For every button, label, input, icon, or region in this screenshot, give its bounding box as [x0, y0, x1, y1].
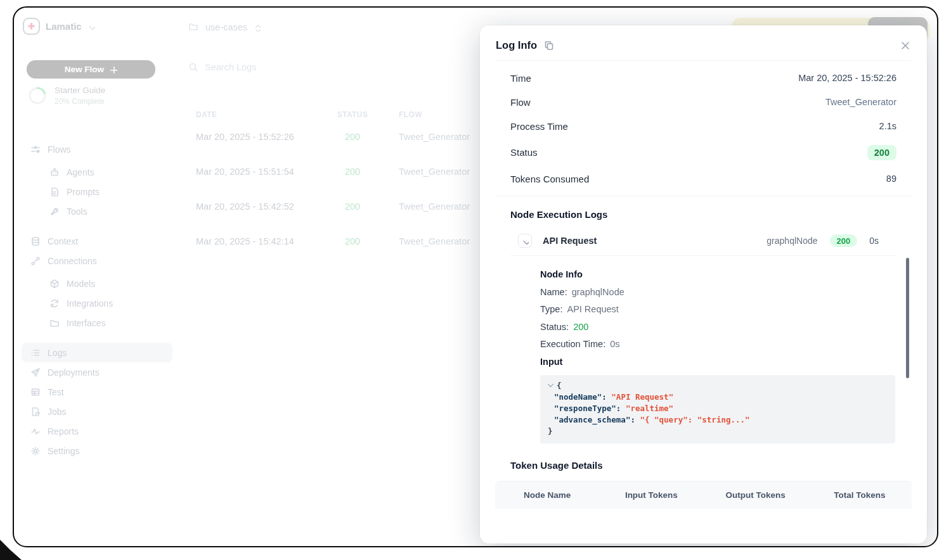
execution-log-row[interactable]: API Request graphqlNode 200 0s: [510, 227, 896, 256]
sidebar-item-test[interactable]: Test: [22, 382, 172, 402]
log-flow: Tweet_Generator: [399, 201, 488, 212]
sidebar-item-prompts[interactable]: Prompts: [22, 182, 172, 201]
collapse-chevron-icon[interactable]: [548, 381, 553, 387]
sidebar-item-flows[interactable]: Flows: [22, 139, 172, 159]
log-date: Mar 20, 2025 - 15:52:26: [196, 132, 327, 142]
sidebar-item-label: Context: [48, 236, 78, 246]
log-status: 200: [327, 201, 378, 212]
code-line: "nodeName": "API Request": [548, 391, 888, 403]
wrench-icon: [49, 207, 60, 217]
sidebar-item-label: Reports: [48, 426, 79, 436]
node-info-panel: Node Info Name:graphqlNode Type:API Requ…: [540, 266, 895, 443]
close-button[interactable]: [900, 41, 910, 51]
table-row[interactable]: Mar 20, 2025 - 15:52:26 200 Tweet_Genera…: [196, 119, 488, 154]
detail-row-flow: Flow Tweet_Generator: [510, 90, 896, 114]
sidebar-item-label: Settings: [48, 446, 80, 456]
workspace-switcher[interactable]: ✚ Lamatic: [23, 18, 95, 35]
new-flow-button[interactable]: New Flow: [27, 60, 155, 79]
log-status: 200: [327, 132, 378, 142]
expand-toggle-button[interactable]: [518, 234, 532, 248]
starter-guide[interactable]: Starter Guide 20% Complete: [28, 86, 105, 106]
search-placeholder: Search Logs: [205, 62, 256, 72]
refresh-doc-icon: [30, 407, 41, 417]
detail-label: Status: [510, 147, 538, 158]
code-line: {: [548, 380, 888, 391]
detail-value: Mar 20, 2025 - 15:52:26: [798, 73, 896, 83]
log-status: 200: [327, 236, 378, 246]
detail-label: Time: [510, 73, 531, 84]
sidebar-item-logs[interactable]: Logs: [22, 343, 172, 362]
detail-row-status: Status 200: [510, 138, 896, 167]
token-usage-heading: Token Usage Details: [510, 460, 896, 471]
sidebar-item-tools[interactable]: Tools: [22, 201, 172, 221]
plus-icon: [109, 65, 117, 73]
node-info-field: Status:200: [540, 319, 895, 336]
folder-icon: [49, 318, 60, 328]
sidebar-nav: Flows Agents Prompts Tools Context Conne…: [22, 139, 172, 461]
progress-ring-icon: [28, 86, 47, 105]
detail-value: 2.1s: [879, 121, 896, 131]
table-row[interactable]: Mar 20, 2025 - 15:51:54 200 Tweet_Genera…: [196, 154, 488, 189]
log-date: Mar 20, 2025 - 15:42:14: [196, 236, 327, 246]
new-flow-label: New Flow: [65, 65, 104, 74]
node-info-heading: Node Info: [540, 266, 895, 284]
sidebar-item-label: Deployments: [48, 367, 100, 378]
sidebar-item-settings[interactable]: Settings: [22, 441, 172, 461]
sidebar-item-connections[interactable]: Connections: [22, 251, 172, 270]
detail-row-process-time: Process Time 2.1s: [510, 114, 896, 138]
logs-table: DATE STATUS FLOW Mar 20, 2025 - 15:52:26…: [196, 110, 488, 258]
column-header-total-tokens: Total Tokens: [808, 490, 912, 500]
modal-scrollbar[interactable]: [906, 258, 909, 378]
node-name: API Request: [543, 236, 597, 246]
link-icon: [30, 256, 41, 266]
box-icon: [49, 279, 60, 289]
sidebar-item-context[interactable]: Context: [22, 231, 172, 251]
logs-table-header: DATE STATUS FLOW: [196, 110, 488, 119]
node-status-badge: 200: [830, 234, 858, 247]
copy-button[interactable]: [544, 41, 553, 50]
node-meta: graphqlNode 200 0s: [767, 234, 894, 247]
project-selector[interactable]: use-cases: [188, 22, 261, 33]
sidebar-item-label: Agents: [67, 167, 94, 177]
sidebar-item-agents[interactable]: Agents: [22, 162, 172, 182]
node-info-field: Execution Time:0s: [540, 336, 895, 353]
sidebar-item-models[interactable]: Models: [22, 274, 172, 293]
code-line: "advance_schema": "{ "query": "string...…: [548, 414, 888, 426]
app-window: ✚ Lamatic New Flow Starter Guide 20% Com…: [13, 6, 938, 547]
table-row[interactable]: Mar 20, 2025 - 15:42:52 200 Tweet_Genera…: [196, 189, 488, 224]
list-icon: [30, 348, 41, 358]
sidebar-item-reports[interactable]: Reports: [22, 421, 172, 441]
copy-icon: [544, 41, 553, 50]
column-header-status: STATUS: [327, 110, 378, 119]
node-info-field: Name:graphqlNode: [540, 284, 895, 302]
column-header-flow: FLOW: [399, 110, 488, 119]
code-line: "responeType": "realtime": [548, 403, 888, 414]
folder-icon: [188, 22, 200, 33]
sidebar-item-integrations[interactable]: Integrations: [22, 293, 172, 313]
log-flow: Tweet_Generator: [399, 132, 488, 142]
detail-label: Tokens Consumed: [510, 174, 589, 184]
token-usage-table-header: Node Name Input Tokens Output Tokens Tot…: [495, 481, 912, 509]
sidebar-item-label: Flows: [48, 144, 71, 155]
table-row[interactable]: Mar 20, 2025 - 15:42:14 200 Tweet_Genera…: [196, 224, 488, 258]
log-flow: Tweet_Generator: [399, 236, 488, 246]
sidebar-item-deployments[interactable]: Deployments: [22, 362, 172, 382]
input-json-block: { "nodeName": "API Request" "responeType…: [540, 375, 895, 443]
sidebar-item-label: Prompts: [67, 187, 100, 197]
column-header-date: DATE: [196, 110, 327, 119]
column-header-node-name: Node Name: [495, 490, 599, 500]
sidebar: ✚ Lamatic New Flow Starter Guide 20% Com…: [14, 8, 182, 546]
sidebar-item-interfaces[interactable]: Interfaces: [22, 313, 172, 333]
activity-icon: [30, 426, 41, 436]
sidebar-item-jobs[interactable]: Jobs: [22, 402, 172, 421]
node-exec-time: 0s: [869, 236, 879, 246]
workflow-icon: [30, 144, 41, 155]
chevron-down-icon: [87, 23, 95, 30]
search-input[interactable]: Search Logs: [188, 62, 429, 72]
chevrons-up-down-icon: [253, 23, 261, 32]
table-icon: [30, 387, 41, 397]
column-header-output-tokens: Output Tokens: [704, 490, 808, 500]
sidebar-item-label: Test: [48, 387, 64, 397]
modal-title: Log Info: [496, 39, 537, 51]
log-info-modal: Log Info Time Mar 20, 2025 - 15:52:26 Fl…: [480, 25, 927, 544]
